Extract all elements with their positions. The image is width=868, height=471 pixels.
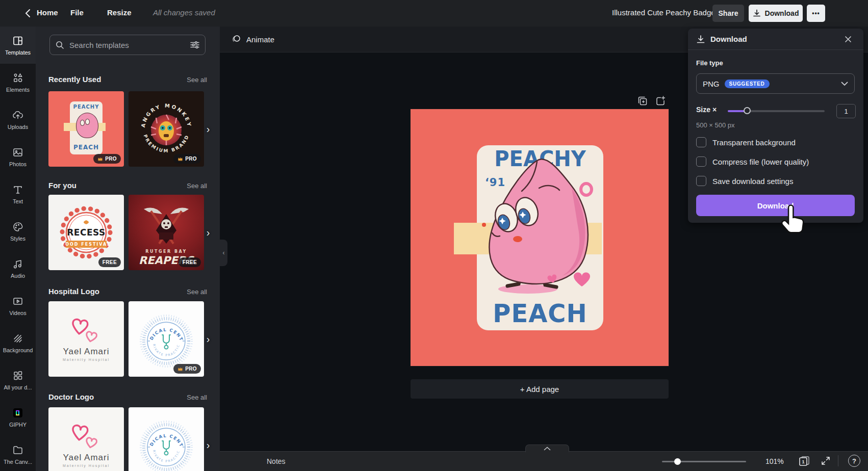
template-thumb-medical-centre-2[interactable]: MEDICAL CENTRE PRIVATE PRACTICE <box>129 407 204 471</box>
sidebar-label: GIPHY <box>9 422 27 428</box>
download-confirm-button[interactable]: Download <box>696 195 855 216</box>
size-value: 1 <box>844 108 848 115</box>
sidebar-item-giphy[interactable]: GIPHY <box>0 399 36 436</box>
template-thumb-recess[interactable]: RECESS FOOD FESTIVAL FREE <box>48 195 124 270</box>
document-title[interactable]: Illustrated Cute Peachy Badge <box>612 8 704 17</box>
sidebar-item-background[interactable]: Background <box>0 324 36 361</box>
zoom-slider-track[interactable] <box>662 461 746 462</box>
filter-icon[interactable] <box>190 40 200 49</box>
template-thumb-medical-centre-1[interactable]: MEDICAL CENTRE PRIVATE PRACTICE PRO <box>129 301 204 377</box>
file-type-value: PNG <box>703 80 720 88</box>
file-type-dropdown[interactable]: PNG SUGGESTED <box>696 73 855 94</box>
svg-text:Yael Amari: Yael Amari <box>63 347 110 356</box>
peachy-mini-top-text: PEACHY <box>70 104 103 110</box>
share-button[interactable]: Share <box>712 5 744 22</box>
sidebar-item-uploads[interactable]: Uploads <box>0 101 36 138</box>
download-top-button[interactable]: Download <box>749 5 803 22</box>
animate-button[interactable]: Animate <box>227 32 278 47</box>
checkbox-save-settings[interactable] <box>696 176 706 186</box>
carousel-next-recently-used[interactable]: › <box>203 121 213 137</box>
sidebar-item-all-your-designs[interactable]: All your d... <box>0 361 36 399</box>
sidebar-label: Photos <box>9 161 27 167</box>
more-options-button[interactable]: ••• <box>807 5 825 22</box>
see-all-hospital-logo[interactable]: See all <box>184 288 207 296</box>
carousel-next-doctor-logo[interactable]: › <box>203 437 213 453</box>
template-thumb-yael-amari-2[interactable]: Yael Amari Maternity Hospital <box>48 407 124 471</box>
carousel-next-for-you[interactable]: › <box>203 225 213 240</box>
sidebar-label: All your d... <box>4 384 32 390</box>
pro-badge: PRO <box>93 154 121 164</box>
expand-bottom-panel[interactable] <box>525 444 569 452</box>
folder-icon <box>12 444 24 456</box>
file-menu[interactable]: File <box>70 8 84 17</box>
top-bar: Home File Resize All changes saved Illus… <box>0 0 868 27</box>
sidebar-item-photos[interactable]: Photos <box>0 138 36 175</box>
collapse-panel-handle[interactable]: ‹ <box>220 240 227 266</box>
sidebar-item-audio[interactable]: Audio <box>0 250 36 287</box>
peachy-mini-eye <box>85 119 90 125</box>
sidebar-label: The Canv... <box>4 459 32 465</box>
photos-icon <box>12 146 24 159</box>
app-sidebar: Templates Elements Uploads Photos Text S… <box>0 27 36 471</box>
duplicate-page-button[interactable] <box>636 95 649 107</box>
zoom-slider-knob[interactable] <box>674 458 681 465</box>
carousel-next-hospital-logo[interactable]: › <box>203 331 213 347</box>
template-thumb-peachy-badge[interactable]: PEACHY PEACH PRO <box>48 91 124 167</box>
search-box[interactable] <box>49 35 206 55</box>
size-slider-track[interactable] <box>728 110 825 112</box>
autosave-status: All changes saved <box>153 8 215 17</box>
sidebar-label: Uploads <box>8 124 28 130</box>
design-title-bottom: PEACH <box>477 298 603 328</box>
see-all-doctor-logo[interactable]: See all <box>184 394 207 401</box>
dimensions-text: 500 × 500 px <box>696 121 735 129</box>
videos-icon <box>12 295 24 307</box>
template-thumb-yael-amari-1[interactable]: Yael Amari Maternity Hospital <box>48 301 124 377</box>
notes-button[interactable]: Notes <box>267 457 286 465</box>
svg-text:Maternity Hospital: Maternity Hospital <box>63 464 110 468</box>
template-thumb-reapers[interactable]: RUTGER BAY REAPERS FREE <box>129 195 204 270</box>
upload-cloud-icon <box>12 109 24 121</box>
svg-text:Yael Amari: Yael Amari <box>63 453 110 462</box>
sidebar-item-the-canvas[interactable]: The Canv... <box>0 436 36 471</box>
templates-panel: Recently Used See all For you See all Ho… <box>36 27 220 471</box>
crown-icon <box>177 367 183 371</box>
see-all-for-you[interactable]: See all <box>184 182 207 190</box>
download-top-label: Download <box>765 9 799 17</box>
free-badge: FREE <box>178 257 201 267</box>
add-page-button[interactable]: + Add page <box>411 379 669 399</box>
sidebar-item-styles[interactable]: Styles <box>0 213 36 250</box>
checkbox-compress-file[interactable] <box>696 156 706 167</box>
size-slider-knob[interactable] <box>744 107 751 114</box>
zoom-level[interactable]: 101% <box>765 457 784 465</box>
see-all-recently-used[interactable]: See all <box>184 76 207 84</box>
elements-icon <box>12 72 24 84</box>
sidebar-item-elements[interactable]: Elements <box>0 64 36 101</box>
option-compress-file[interactable]: Compress file (lower quality) <box>696 156 809 167</box>
option-label: Save download settings <box>712 177 793 186</box>
checkbox-transparent-background[interactable] <box>696 137 706 147</box>
download-panel-header: Download <box>688 29 863 50</box>
animate-icon <box>231 34 241 44</box>
text-icon <box>12 184 24 196</box>
sidebar-item-text[interactable]: Text <box>0 175 36 213</box>
close-panel-button[interactable] <box>844 35 853 44</box>
option-save-settings[interactable]: Save download settings <box>696 176 793 186</box>
sidebar-item-templates[interactable]: Templates <box>0 27 36 64</box>
design-page[interactable]: PEACHY ‘91 PEACH <box>411 109 669 366</box>
option-transparent-background[interactable]: Transparent background <box>696 137 796 147</box>
svg-text:RUTGER BAY: RUTGER BAY <box>145 249 187 254</box>
sidebar-item-videos[interactable]: Videos <box>0 287 36 324</box>
home-button[interactable]: Home <box>37 8 58 17</box>
add-page-icon-button[interactable] <box>654 95 667 107</box>
template-thumb-angry-monkey[interactable]: ANGRY MONKEY PREMIUM BRAND PRO <box>129 91 204 167</box>
fullscreen-button[interactable] <box>821 456 831 466</box>
add-page-icon <box>654 95 667 107</box>
size-value-box[interactable]: 1 <box>836 104 856 118</box>
sidebar-label: Audio <box>11 273 25 279</box>
pages-button[interactable]: 1 <box>798 455 811 467</box>
search-input[interactable] <box>68 40 186 50</box>
resize-menu[interactable]: Resize <box>107 8 132 17</box>
templates-icon <box>12 35 24 47</box>
help-button[interactable]: ? <box>848 455 860 467</box>
download-panel: Download File type PNG SUGGESTED Size × … <box>688 29 863 223</box>
